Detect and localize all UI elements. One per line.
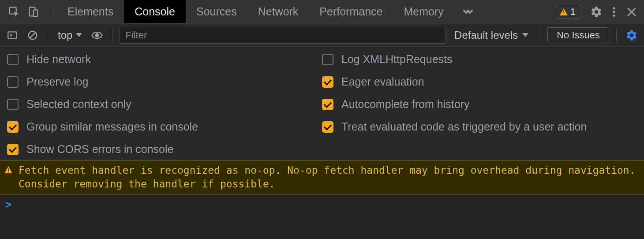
checkbox-icon	[7, 76, 19, 88]
setting-group-similar[interactable]: Group similar messages in console	[7, 120, 322, 133]
svg-point-3	[613, 7, 615, 9]
setting-label: Treat evaluated code as triggered by a u…	[341, 120, 587, 133]
tab-network[interactable]: Network	[247, 0, 309, 23]
setting-label: Log XMLHttpRequests	[341, 53, 453, 66]
warning-triangle-icon	[560, 8, 568, 15]
checkbox-icon	[322, 99, 333, 110]
toggle-console-sidebar-icon[interactable]	[4, 27, 20, 43]
setting-label: Autocomplete from history	[341, 98, 469, 111]
console-toolbar: top Default levels No Issues	[0, 24, 644, 47]
svg-point-5	[613, 14, 615, 16]
setting-log-xhr[interactable]: Log XMLHttpRequests	[322, 53, 637, 66]
setting-label: Selected context only	[26, 98, 131, 111]
checkbox-icon	[322, 54, 333, 65]
devtools-tabbar: Elements Console Sources Network Perform…	[0, 0, 644, 24]
tab-elements[interactable]: Elements	[57, 0, 124, 23]
live-expression-icon[interactable]	[89, 27, 105, 43]
checkbox-icon	[322, 76, 333, 88]
levels-label: Default levels	[454, 29, 518, 41]
divider	[48, 29, 48, 42]
tab-performance[interactable]: Performance	[309, 0, 393, 23]
tab-console[interactable]: Console	[124, 0, 186, 23]
settings-gear-icon[interactable]	[588, 3, 605, 21]
warning-count: 1	[570, 6, 576, 18]
setting-label: Hide network	[26, 53, 91, 66]
setting-label: Show CORS errors in console	[26, 143, 173, 156]
divider	[616, 29, 617, 42]
console-settings-panel: Hide network Log XMLHttpRequests Preserv…	[0, 47, 644, 161]
console-warning-row[interactable]: Fetch event handler is recognized as no-…	[0, 161, 644, 195]
context-label: top	[58, 29, 72, 41]
console-settings-gear-icon[interactable]	[624, 27, 640, 43]
console-prompt[interactable]: >	[0, 195, 644, 214]
execution-context-selector[interactable]: top	[55, 29, 85, 41]
checkbox-icon	[7, 144, 19, 155]
svg-point-4	[613, 11, 615, 13]
setting-autocomplete-history[interactable]: Autocomplete from history	[322, 98, 637, 111]
checkbox-icon	[7, 99, 19, 110]
inspect-element-icon[interactable]	[5, 3, 23, 21]
chevron-down-icon	[522, 33, 528, 37]
svg-point-8	[96, 34, 99, 37]
clear-console-icon[interactable]	[25, 27, 41, 43]
divider	[540, 29, 540, 42]
log-levels-selector[interactable]: Default levels	[450, 29, 533, 41]
tab-sources[interactable]: Sources	[186, 0, 247, 23]
warning-count-badge[interactable]: 1	[556, 5, 581, 19]
filter-input[interactable]	[120, 27, 446, 44]
issues-button[interactable]: No Issues	[547, 27, 609, 43]
warning-message-text: Fetch event handler is recognized as no-…	[19, 164, 639, 191]
checkbox-icon	[7, 121, 19, 133]
setting-label: Eager evaluation	[341, 75, 424, 88]
setting-preserve-log[interactable]: Preserve log	[7, 75, 322, 88]
warning-triangle-icon	[4, 166, 12, 173]
setting-show-cors-errors[interactable]: Show CORS errors in console	[7, 143, 322, 156]
setting-selected-context-only[interactable]: Selected context only	[7, 98, 322, 111]
chevron-down-icon	[76, 33, 82, 37]
prompt-caret-icon: >	[5, 198, 11, 211]
kebab-menu-icon[interactable]	[605, 3, 623, 21]
setting-eager-evaluation[interactable]: Eager evaluation	[322, 75, 637, 88]
setting-label: Group similar messages in console	[26, 120, 198, 133]
checkbox-icon	[7, 54, 19, 65]
setting-hide-network[interactable]: Hide network	[7, 53, 322, 66]
setting-label: Preserve log	[26, 75, 88, 88]
svg-rect-2	[34, 10, 37, 16]
setting-treat-evaluated-user-action[interactable]: Treat evaluated code as triggered by a u…	[322, 120, 637, 133]
divider	[112, 29, 112, 42]
checkbox-icon	[322, 121, 333, 133]
device-toolbar-icon[interactable]	[25, 3, 42, 21]
tab-memory[interactable]: Memory	[393, 0, 454, 23]
divider	[54, 5, 54, 19]
tab-overflow[interactable]	[454, 0, 482, 23]
close-devtools-icon[interactable]	[623, 3, 640, 21]
